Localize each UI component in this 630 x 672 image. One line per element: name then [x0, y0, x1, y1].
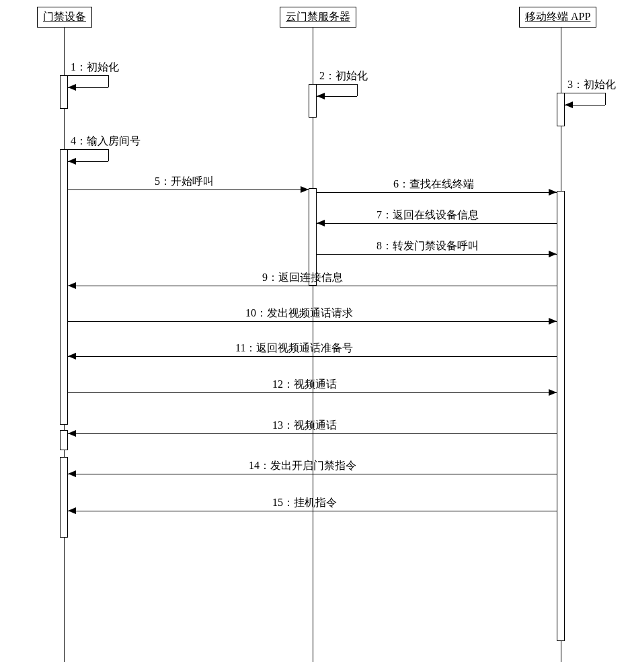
activation-device-main: [60, 149, 68, 425]
participant-app: 移动终端 APP: [519, 7, 596, 28]
activation-device-1415: [60, 457, 68, 538]
activation-app-init: [557, 93, 565, 126]
msg-4-label: 4：输入房间号: [71, 134, 141, 149]
msg-13: [68, 433, 557, 434]
msg-10-label: 10：发出视频通话请求: [245, 306, 353, 321]
msg-14: [68, 474, 557, 474]
msg-14-arrow: [68, 470, 76, 477]
msg-3-label: 3：初始化: [567, 78, 616, 92]
msg-9: [68, 286, 557, 286]
msg-8-label: 8：转发门禁设备呼叫: [377, 239, 479, 253]
msg-1-label: 1：初始化: [71, 60, 119, 75]
msg-5: [68, 190, 309, 190]
msg-9-label: 9：返回连接信息: [262, 271, 343, 285]
msg-11-label: 11：返回视频通话准备号: [235, 341, 353, 355]
msg-12-label: 12：视频通话: [272, 378, 337, 392]
msg-15-arrow: [68, 507, 76, 514]
participant-server-label: 云门禁服务器: [286, 11, 350, 22]
msg-15: [68, 511, 557, 511]
msg-15-label: 15：挂机指令: [272, 496, 337, 510]
activation-app-main: [557, 191, 565, 641]
msg-7-arrow: [317, 220, 325, 226]
msg-13-arrow: [68, 430, 76, 437]
participant-app-label: 移动终端 APP: [525, 11, 590, 22]
msg-5-label: 5：开始呼叫: [155, 175, 214, 189]
msg-12: [68, 392, 557, 393]
msg-7-label: 7：返回在线设备信息: [377, 208, 479, 222]
sequence-diagram: 门禁设备 云门禁服务器 移动终端 APP 1：初始化 2：初始化 3：初始: [0, 0, 630, 672]
participant-device: 门禁设备: [37, 7, 92, 28]
msg-11: [68, 356, 557, 357]
msg-10: [68, 321, 557, 322]
msg-13-label: 13：视频通话: [272, 419, 337, 433]
msg-7: [317, 223, 557, 224]
msg-8: [317, 254, 557, 255]
msg-8-arrow: [549, 251, 557, 257]
msg-2-label: 2：初始化: [319, 69, 368, 83]
activation-server-init: [309, 84, 317, 118]
msg-10-arrow: [549, 318, 557, 325]
msg-5-arrow: [301, 186, 309, 193]
msg-12-arrow: [549, 389, 557, 396]
msg-6: [317, 192, 557, 193]
msg-6-label: 6：查找在线终端: [393, 177, 474, 192]
msg-14-label: 14：发出开启门禁指令: [249, 459, 356, 473]
participant-server: 云门禁服务器: [280, 7, 356, 28]
msg-6-arrow: [549, 189, 557, 196]
activation-device-init: [60, 75, 68, 109]
participant-device-label: 门禁设备: [43, 11, 86, 22]
msg-9-arrow: [68, 282, 76, 289]
msg-11-arrow: [68, 353, 76, 360]
activation-device-13: [60, 430, 68, 450]
